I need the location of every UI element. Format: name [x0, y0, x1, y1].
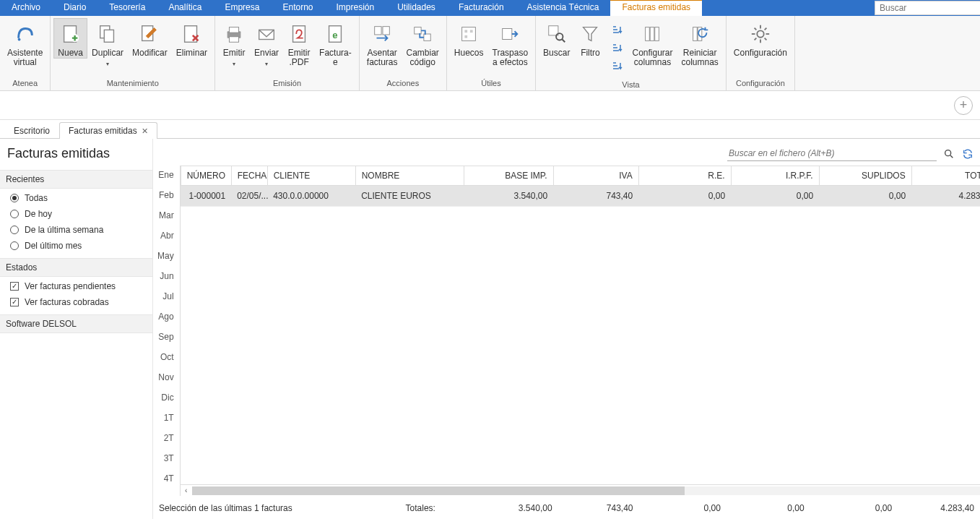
- data-grid[interactable]: NÚMEROFECHACLIENTENOMBREBASE IMP.IVAR.E.…: [181, 166, 980, 484]
- nueva-button[interactable]: Nueva: [53, 18, 87, 59]
- sidebar: Facturas emitidas Recientes TodasDe hoyD…: [0, 139, 153, 519]
- col-re[interactable]: R.E.: [638, 166, 731, 186]
- col-nombre[interactable]: NOMBRE: [355, 166, 464, 186]
- button-label: Enviar: [254, 48, 279, 58]
- col-total[interactable]: TOTAL: [911, 166, 980, 186]
- menu-tesorería[interactable]: Tesorería: [97, 0, 157, 16]
- month-1t[interactable]: 1T: [157, 413, 174, 423]
- horizontal-scrollbar[interactable]: ‹ ›: [181, 484, 980, 496]
- filter-de-la-última-semana[interactable]: De la última semana: [10, 225, 149, 235]
- button-label: Buscar: [543, 48, 570, 58]
- menu-impresión[interactable]: Impresión: [324, 0, 386, 16]
- col-base[interactable]: BASE IMP.: [464, 166, 553, 186]
- menu-asistencia-técnica[interactable]: Asistencia Técnica: [516, 0, 611, 16]
- col-irpf[interactable]: I.R.P.F.: [731, 166, 819, 186]
- radio-icon: [10, 226, 19, 234]
- month-mar[interactable]: Mar: [157, 210, 174, 220]
- table-row[interactable]: 1-00000102/05/...430.0.0.00000CLIENTE EU…: [181, 186, 980, 207]
- search-icon[interactable]: [942, 147, 955, 160]
- month-sep[interactable]: Sep: [157, 332, 174, 342]
- factura-e-icon: e: [324, 21, 346, 47]
- svg-rect-21: [465, 35, 468, 38]
- scroll-track[interactable]: [192, 486, 980, 495]
- tab-facturas-emitidas[interactable]: Facturas emitidas✕: [59, 122, 157, 139]
- state-ver-facturas-pendientes[interactable]: Ver facturas pendientes: [10, 281, 149, 291]
- duplicar-button[interactable]: Duplicar▾: [87, 18, 128, 69]
- ribbon-group-vista: BuscarFiltroConfigurarcolumnasReiniciarc…: [536, 16, 727, 90]
- scroll-left-icon[interactable]: ‹: [181, 486, 192, 494]
- svg-line-41: [950, 155, 953, 158]
- filter-de-hoy[interactable]: De hoy: [10, 209, 149, 219]
- svg-line-38: [765, 28, 767, 30]
- svg-rect-20: [470, 30, 473, 33]
- menu-entorno[interactable]: Entorno: [271, 0, 324, 16]
- month-nov[interactable]: Nov: [157, 372, 174, 382]
- filter-todas[interactable]: Todas: [10, 193, 149, 203]
- add-button[interactable]: +: [954, 96, 973, 115]
- cambiar-codigo-button[interactable]: Cambiarcódigo: [402, 18, 443, 67]
- state-ver-facturas-cobradas[interactable]: Ver facturas cobradas: [10, 297, 149, 307]
- menu-diario[interactable]: Diario: [52, 0, 97, 16]
- month-3t[interactable]: 3T: [157, 453, 174, 463]
- month-abr[interactable]: Abr: [157, 231, 174, 241]
- content-area: Facturas emitidas Recientes TodasDe hoyD…: [0, 139, 980, 519]
- menu-facturación[interactable]: Facturación: [447, 0, 516, 16]
- month-may[interactable]: May: [157, 251, 174, 261]
- month-oct[interactable]: Oct: [157, 352, 174, 362]
- asistente-virtual-button[interactable]: Asistentevirtual: [3, 18, 47, 67]
- filtro-button[interactable]: Filtro: [574, 18, 606, 58]
- grid-area: EneFebMarAbrMayJunJulAgoSepOctNovDic1T2T…: [153, 166, 980, 496]
- traspaso-efectos-button[interactable]: Traspasoa efectos: [488, 18, 533, 67]
- month-4t[interactable]: 4T: [157, 473, 174, 484]
- filter-del-último-mes[interactable]: Del último mes: [10, 241, 149, 251]
- menu-empresa[interactable]: Empresa: [213, 0, 271, 16]
- col-suplidos[interactable]: SUPLIDOS: [819, 166, 911, 186]
- tab-escritorio[interactable]: Escritorio: [4, 122, 59, 139]
- close-icon[interactable]: ✕: [142, 126, 148, 136]
- eliminar-button[interactable]: Eliminar: [172, 18, 212, 58]
- emitir-button[interactable]: Emitir▾: [218, 18, 250, 69]
- month-feb[interactable]: Feb: [157, 190, 174, 200]
- menu-utilidades[interactable]: Utilidades: [386, 0, 447, 16]
- sort-desc-icon[interactable]: [609, 40, 625, 56]
- dropdown-icon: ▾: [233, 59, 235, 69]
- emitir-icon: [223, 21, 245, 47]
- scroll-thumb[interactable]: [192, 486, 685, 495]
- enviar-button[interactable]: Enviar▾: [250, 18, 283, 69]
- asentar-facturas-button[interactable]: Asentarfacturas: [363, 18, 402, 67]
- top-search-input[interactable]: [875, 1, 980, 15]
- refresh-icon[interactable]: [961, 147, 974, 160]
- col-fecha[interactable]: FECHA: [231, 166, 267, 186]
- month-jul[interactable]: Jul: [157, 291, 174, 301]
- status-bar: Selección de las últimas 1 facturas Tota…: [153, 496, 980, 519]
- configuracion-button[interactable]: Configuración: [729, 18, 792, 58]
- configurar-columnas-button[interactable]: Configurarcolumnas: [628, 18, 677, 67]
- huecos-button[interactable]: Huecos: [450, 18, 488, 58]
- month-jun[interactable]: Jun: [157, 271, 174, 281]
- svg-point-0: [17, 38, 20, 41]
- month-dic[interactable]: Dic: [157, 393, 174, 403]
- month-ago[interactable]: Ago: [157, 312, 174, 322]
- menu-archivo[interactable]: Archivo: [0, 0, 52, 16]
- col-cliente[interactable]: CLIENTE: [267, 166, 355, 186]
- file-search-input[interactable]: [727, 146, 937, 161]
- sidebar-footer[interactable]: Software DELSOL: [0, 314, 152, 333]
- modificar-button[interactable]: Modificar: [128, 18, 172, 58]
- emitir-pdf-button[interactable]: Emitir.PDF: [283, 18, 315, 67]
- total-re: 0,00: [633, 503, 721, 513]
- col-numero[interactable]: NÚMERO: [181, 166, 231, 186]
- menu-facturas-emitidas[interactable]: Facturas emitidas: [610, 0, 702, 16]
- button-label: Duplicar: [92, 48, 123, 58]
- radio-icon: [10, 241, 19, 250]
- sort-asc-icon[interactable]: [609, 22, 625, 38]
- month-2t[interactable]: 2T: [157, 433, 174, 443]
- buscar-button[interactable]: Buscar: [539, 18, 574, 58]
- document-tabs: EscritorioFacturas emitidas✕: [0, 120, 980, 139]
- reiniciar-columnas-button[interactable]: Reiniciarcolumnas: [677, 18, 723, 67]
- menu-analítica[interactable]: Analítica: [157, 0, 213, 16]
- nueva-icon: [60, 21, 82, 47]
- month-ene[interactable]: Ene: [157, 170, 174, 180]
- col-iva[interactable]: IVA: [553, 166, 638, 186]
- sort-clear-icon[interactable]: [609, 59, 625, 74]
- factura-e-button[interactable]: eFactura-e: [315, 18, 356, 67]
